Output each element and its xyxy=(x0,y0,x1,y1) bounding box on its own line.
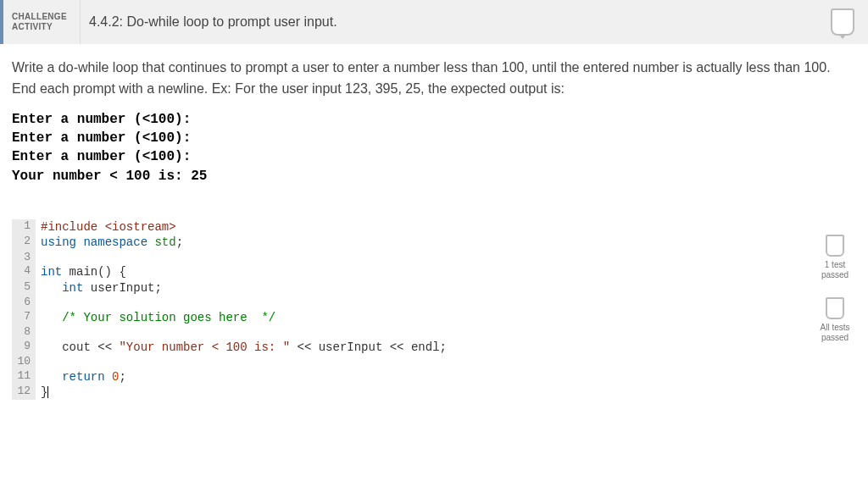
challenge-activity-label: CHALLENGE ACTIVITY xyxy=(3,12,80,32)
code-line[interactable]: 11 return 0; xyxy=(12,369,807,385)
shield-icon xyxy=(826,235,844,257)
test-label: All tests xyxy=(814,323,856,333)
code-content[interactable] xyxy=(36,325,41,340)
line-number: 3 xyxy=(12,251,36,265)
expected-output: Enter a number (<100): Enter a number (<… xyxy=(12,110,856,186)
challenge-header: CHALLENGE ACTIVITY 4.4.2: Do-while loop … xyxy=(0,0,868,44)
code-content[interactable]: return 0; xyxy=(36,369,126,385)
line-number: 7 xyxy=(12,310,36,325)
code-content[interactable]: #include <iostream> xyxy=(36,219,176,235)
challenge-title: 4.4.2: Do-while loop to prompt user inpu… xyxy=(80,0,337,44)
one-test-badge: 1 test passed xyxy=(814,235,856,280)
shield-icon xyxy=(831,8,854,36)
instructions-text: Write a do-while loop that continues to … xyxy=(12,58,856,100)
line-number: 11 xyxy=(12,369,36,385)
code-content[interactable] xyxy=(36,296,41,310)
code-content[interactable]: } xyxy=(36,385,48,400)
all-tests-badge: All tests passed xyxy=(814,297,856,343)
line-number: 1 xyxy=(12,219,36,235)
line-number: 10 xyxy=(12,355,36,369)
code-line[interactable]: 7 /* Your solution goes here */ xyxy=(12,310,807,325)
code-line[interactable]: 1#include <iostream> xyxy=(12,219,807,235)
code-content[interactable] xyxy=(36,355,41,369)
line-number: 9 xyxy=(12,340,36,355)
code-line[interactable]: 6 xyxy=(12,296,807,310)
code-line[interactable]: 8 xyxy=(12,325,807,340)
code-line[interactable]: 4int main() { xyxy=(12,264,807,279)
label-line-2: ACTIVITY xyxy=(12,22,71,32)
code-line[interactable]: 12} xyxy=(12,385,807,400)
code-line[interactable]: 10 xyxy=(12,355,807,369)
code-line[interactable]: 9 cout << "Your number < 100 is: " << us… xyxy=(12,340,807,355)
code-content[interactable] xyxy=(36,251,41,265)
code-line[interactable]: 2using namespace std; xyxy=(12,235,807,250)
line-number: 12 xyxy=(12,385,36,400)
code-content[interactable]: cout << "Your number < 100 is: " << user… xyxy=(36,340,447,355)
code-line[interactable]: 5 int userInput; xyxy=(12,280,807,296)
line-number: 4 xyxy=(12,264,36,279)
code-content[interactable]: using namespace std; xyxy=(36,235,183,250)
line-number: 5 xyxy=(12,280,36,296)
test-label: passed xyxy=(814,333,856,343)
test-status-sidebar: 1 test passed All tests passed xyxy=(807,219,856,400)
code-content[interactable]: int userInput; xyxy=(36,280,162,296)
line-number: 2 xyxy=(12,235,36,250)
code-editor[interactable]: 1#include <iostream>2using namespace std… xyxy=(12,219,807,400)
test-label: passed xyxy=(814,270,856,280)
code-line[interactable]: 3 xyxy=(12,251,807,265)
line-number: 6 xyxy=(12,296,36,310)
code-content[interactable]: /* Your solution goes here */ xyxy=(36,310,275,325)
line-number: 8 xyxy=(12,325,36,340)
shield-icon xyxy=(826,297,844,319)
code-content[interactable]: int main() { xyxy=(36,264,126,279)
test-label: 1 test xyxy=(814,260,856,270)
label-line-1: CHALLENGE xyxy=(12,12,71,22)
